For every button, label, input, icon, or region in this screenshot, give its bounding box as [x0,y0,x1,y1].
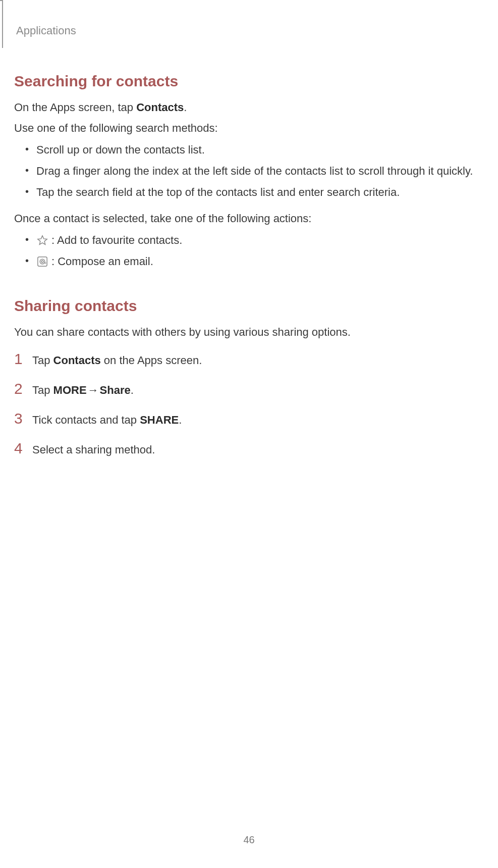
step-number: 1 [14,351,24,367]
step-pre: Tick contacts and tap [32,414,140,426]
share-steps: 1 Tap Contacts on the Apps screen. 2 Tap… [14,351,484,456]
step-text: Select a sharing method. [32,443,155,456]
search-icon-list: : Add to favourite contacts. : Compose a… [25,232,484,270]
step-bold: SHARE [140,414,179,426]
step-post: . [131,384,134,396]
search-actions-label: Once a contact is selected, take one of … [14,210,484,227]
step-pre: Tap [32,354,53,367]
heading-sharing: Sharing contacts [14,297,484,315]
search-intro-bold: Contacts [136,101,184,114]
page-corner-tab [0,0,3,48]
step-bold: MORE [53,384,87,396]
list-item: : Add to favourite contacts. [25,232,484,249]
list-item: Tap the search field at the top of the c… [25,184,484,201]
step-pre: Select a sharing method. [32,443,155,456]
step-number: 3 [14,411,24,426]
step-text: Tick contacts and tap SHARE. [32,414,182,427]
list-item: 2 Tap MORE → Share. [14,381,484,397]
arrow-icon: → [88,384,99,397]
step-post: on the Apps screen. [101,354,202,367]
search-intro: On the Apps screen, tap Contacts. [14,99,484,116]
svg-marker-0 [38,236,47,244]
star-icon [36,234,48,246]
share-intro: You can share contacts with others by us… [14,324,484,340]
icon-bullet-text: : Compose an email. [51,253,153,270]
list-item: : Compose an email. [25,253,484,270]
list-item: 1 Tap Contacts on the Apps screen. [14,351,484,367]
list-item: 4 Select a sharing method. [14,441,484,456]
icon-bullet-text: : Add to favourite contacts. [51,232,182,249]
svg-point-3 [41,261,43,263]
search-methods-label: Use one of the following search methods: [14,120,484,136]
svg-point-2 [40,260,45,265]
search-intro-pre: On the Apps screen, tap [14,101,136,114]
search-methods-list: Scroll up or down the contacts list. Dra… [25,141,484,201]
step-number: 2 [14,381,24,396]
email-icon [36,256,48,268]
heading-searching: Searching for contacts [14,73,484,90]
search-intro-post: . [184,101,187,114]
step-pre: Tap [32,384,53,396]
step-number: 4 [14,441,24,456]
step-post: . [179,414,182,426]
list-item: 3 Tick contacts and tap SHARE. [14,411,484,427]
step-bold-2: Share [100,384,131,396]
step-bold: Contacts [53,354,101,367]
step-text: Tap MORE → Share. [32,384,134,397]
svg-rect-1 [38,257,47,266]
list-item: Drag a finger along the index at the lef… [25,163,484,180]
page-header: Applications [16,24,484,37]
page-number: 46 [0,834,498,846]
list-item: Scroll up or down the contacts list. [25,141,484,159]
step-text: Tap Contacts on the Apps screen. [32,354,202,367]
